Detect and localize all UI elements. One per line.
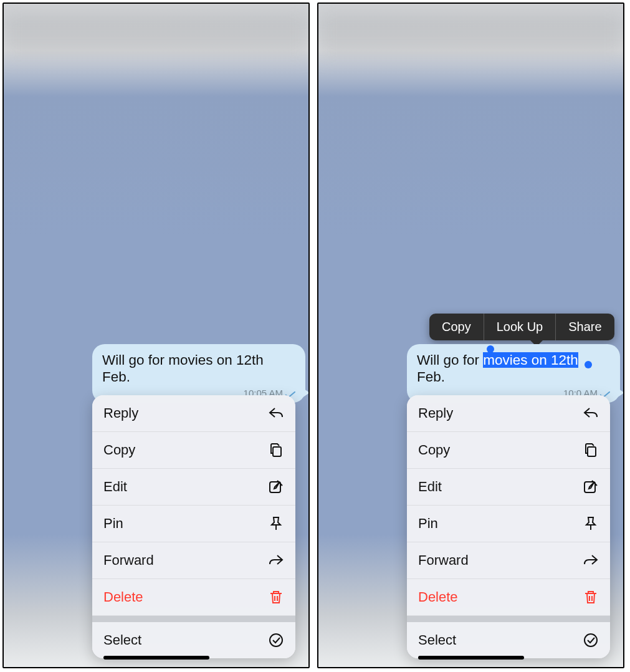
copy-icon [268,442,284,458]
menu-item-reply[interactable]: Reply [407,395,610,432]
reply-icon [583,405,599,421]
screenshot-right: Copy Look Up Share Will go for movies on… [317,2,624,668]
select-icon [583,632,599,648]
svg-rect-3 [588,447,596,456]
message-text: Will go for movies on 12th Feb. [102,352,264,385]
trash-icon [583,589,599,605]
forward-icon [583,552,599,569]
message-post: Feb. [417,369,445,385]
menu-item-copy[interactable]: Copy [407,432,610,469]
copy-icon [583,442,599,458]
menu-item-pin[interactable]: Pin [92,506,295,542]
menu-label: Delete [103,589,143,605]
message-text: Will go for movies on 12th Feb. [417,352,578,385]
menu-item-copy[interactable]: Copy [92,432,295,469]
menu-item-forward[interactable]: Forward [92,542,295,579]
select-icon [268,632,284,648]
menu-separator [92,616,295,622]
message-bubble-container: Will go for movies on 12th Feb. 10:0 AM [407,344,620,403]
edit-icon [583,479,599,495]
context-menu: Reply Copy Edit Pin Forward [92,395,295,658]
menu-item-reply[interactable]: Reply [92,395,295,432]
menu-item-edit[interactable]: Edit [407,469,610,506]
message-pre: Will go for [417,352,483,368]
popover-lookup[interactable]: Look Up [484,314,556,340]
home-indicator[interactable] [103,656,209,660]
menu-item-delete[interactable]: Delete [407,579,610,616]
menu-label: Reply [418,405,453,421]
menu-item-delete[interactable]: Delete [92,579,295,616]
status-blur [4,12,308,56]
home-indicator[interactable] [418,656,524,660]
svg-point-5 [585,634,597,646]
menu-label: Pin [103,516,123,532]
menu-label: Select [418,632,456,648]
popover-share[interactable]: Share [556,314,614,340]
trash-icon [268,589,284,605]
menu-label: Reply [103,405,138,421]
edit-icon [268,479,284,495]
menu-label: Copy [103,442,135,458]
menu-item-forward[interactable]: Forward [407,542,610,579]
screenshot-left: Will go for movies on 12th Feb. 10:05 AM… [2,2,310,668]
text-selection-popover: Copy Look Up Share [429,314,614,340]
reply-icon [268,405,284,421]
menu-label: Pin [418,516,438,532]
menu-label: Edit [103,479,127,495]
message-bubble[interactable]: Will go for movies on 12th Feb. 10:0 AM [407,344,620,403]
menu-item-select[interactable]: Select [407,622,610,658]
menu-item-edit[interactable]: Edit [92,469,295,506]
menu-label: Select [103,632,141,648]
message-bubble[interactable]: Will go for movies on 12th Feb. 10:05 AM [92,344,305,403]
menu-label: Copy [418,442,450,458]
menu-item-select[interactable]: Select [92,622,295,658]
context-menu: Reply Copy Edit Pin Forward [407,395,610,658]
popover-copy[interactable]: Copy [429,314,484,340]
svg-rect-0 [273,447,281,456]
menu-label: Edit [418,479,442,495]
svg-point-2 [270,634,282,646]
menu-label: Forward [103,552,154,569]
menu-separator [407,616,610,622]
selection-handle-end[interactable] [585,361,592,368]
menu-label: Forward [418,552,469,569]
message-selection[interactable]: movies on 12th [483,352,578,368]
selection-handle-start[interactable] [487,345,494,353]
message-bubble-container: Will go for movies on 12th Feb. 10:05 AM [92,344,305,403]
forward-icon [268,552,284,569]
status-blur [318,12,623,56]
pin-icon [268,516,284,532]
pin-icon [583,516,599,532]
menu-label: Delete [418,589,458,605]
menu-item-pin[interactable]: Pin [407,506,610,542]
